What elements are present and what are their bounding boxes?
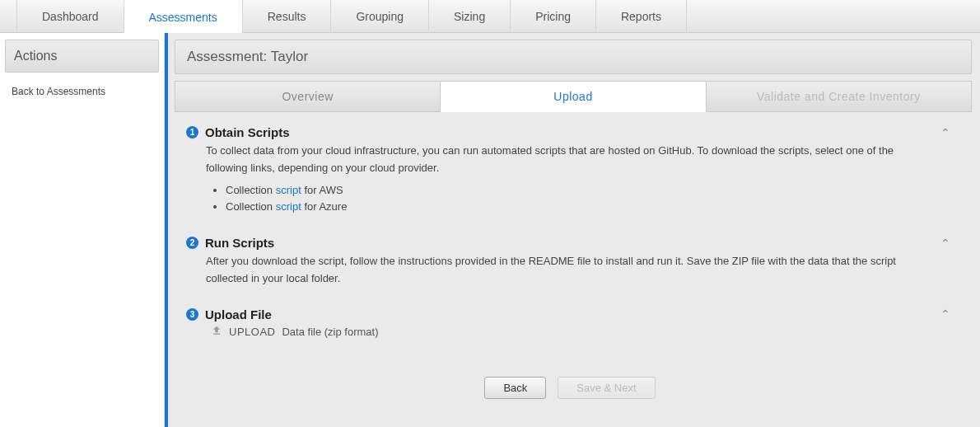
step-obtain-scripts: 1 Obtain Scripts ⌃ To collect data from …: [181, 120, 965, 231]
upload-description: Data file (zip format): [282, 326, 378, 338]
upload-row: UPLOAD Data file (zip format): [211, 325, 927, 339]
subtab-upload[interactable]: Upload: [441, 81, 706, 112]
step-number-3: 3: [186, 308, 198, 321]
li-text: for Azure: [301, 200, 348, 213]
content: Assessment: Taylor Overview Upload Valid…: [165, 33, 980, 427]
sidebar-title: Actions: [5, 40, 159, 73]
tab-results[interactable]: Results: [242, 0, 331, 33]
tab-grouping[interactable]: Grouping: [330, 0, 428, 33]
chevron-up-icon[interactable]: ⌃: [931, 237, 960, 250]
step-upload-file: 3 Upload File ⌃ UPLOAD Data file (zip fo…: [181, 303, 965, 354]
tab-sizing[interactable]: Sizing: [428, 0, 510, 33]
step-title-2: Run Scripts: [205, 236, 274, 250]
upload-button[interactable]: UPLOAD: [229, 326, 275, 338]
chevron-up-icon[interactable]: ⌃: [931, 126, 960, 139]
step-body-1: To collect data from your cloud infrastr…: [206, 143, 927, 216]
steps: 1 Obtain Scripts ⌃ To collect data from …: [181, 120, 965, 354]
step-header: 1 Obtain Scripts ⌃: [186, 125, 960, 139]
page-title: Assessment: Taylor: [175, 40, 972, 74]
step-number-1: 1: [186, 126, 198, 138]
main-area: Actions Back to Assessments Assessment: …: [0, 33, 980, 427]
back-to-assessments-link[interactable]: Back to Assessments: [0, 79, 164, 104]
li-text: Collection: [226, 200, 276, 213]
sub-tabs: Overview Upload Validate and Create Inve…: [175, 81, 972, 112]
step-run-scripts: 2 Run Scripts ⌃ After you download the s…: [181, 231, 965, 303]
list-item: Collection script for AWS: [226, 182, 927, 199]
step1-text: To collect data from your cloud infrastr…: [206, 144, 894, 174]
step-title-1: Obtain Scripts: [205, 125, 290, 139]
step-body-2: After you download the script, follow th…: [206, 253, 927, 288]
upload-icon: [211, 325, 222, 339]
aws-script-link[interactable]: script: [276, 184, 301, 196]
tab-assessments[interactable]: Assessments: [124, 0, 242, 33]
li-text: for AWS: [301, 184, 343, 196]
back-button[interactable]: Back: [484, 377, 546, 399]
tab-dashboard[interactable]: Dashboard: [16, 0, 124, 33]
subtab-overview[interactable]: Overview: [175, 81, 441, 112]
tab-pricing[interactable]: Pricing: [510, 0, 595, 33]
step-header: 2 Run Scripts ⌃: [186, 236, 960, 250]
wizard-footer: Back Save & Next: [168, 377, 972, 399]
tab-reports[interactable]: Reports: [595, 0, 687, 33]
chevron-up-icon[interactable]: ⌃: [931, 307, 960, 321]
step-title-3: Upload File: [205, 307, 272, 321]
list-item: Collection script for Azure: [226, 199, 927, 216]
step-header: 3 Upload File ⌃: [186, 307, 960, 321]
azure-script-link[interactable]: script: [276, 200, 301, 213]
li-text: Collection: [226, 184, 276, 196]
step-number-2: 2: [186, 237, 198, 249]
subtab-validate: Validate and Create Inventory: [707, 81, 972, 112]
top-nav: Dashboard Assessments Results Grouping S…: [0, 0, 980, 33]
step2-text: After you download the script, follow th…: [206, 255, 896, 284]
sidebar: Actions Back to Assessments: [0, 33, 165, 427]
save-next-button: Save & Next: [558, 377, 655, 399]
